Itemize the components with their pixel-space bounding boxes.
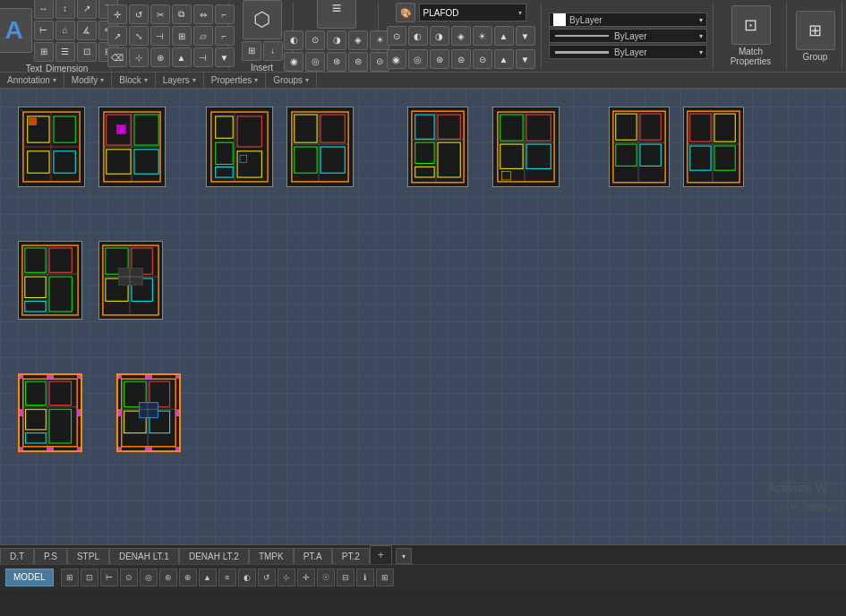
bylayer-lineweight-dropdown[interactable]: ByLayer ▾	[549, 45, 707, 59]
dim-icon7[interactable]: ∡	[77, 21, 97, 40]
layer-extra3[interactable]: ◑	[327, 30, 346, 50]
grip-tl[interactable]	[18, 373, 23, 379]
osnap-icon[interactable]: ◎	[140, 569, 158, 586]
tab-pta[interactable]: PT.A	[294, 548, 332, 564]
tab-ps[interactable]: P.S	[34, 548, 67, 564]
explode-icon[interactable]: ⊹	[129, 47, 149, 67]
gizmo-icon[interactable]: ✛	[297, 569, 315, 586]
dim-icon5[interactable]: ⊢	[34, 21, 54, 40]
tab-tmpk[interactable]: TMPK	[249, 548, 294, 564]
trim-icon[interactable]: ✂	[150, 4, 170, 24]
tab-add-button[interactable]: +	[370, 545, 392, 564]
layer-extra1[interactable]: ◐	[284, 30, 303, 50]
layer-extra8[interactable]: ⊛	[327, 52, 346, 72]
units-icon[interactable]: ⊟	[337, 569, 355, 586]
layer-color-icon[interactable]: 🎨	[396, 3, 415, 22]
grip-mr[interactable]	[77, 409, 82, 416]
grip2-tl[interactable]	[116, 373, 122, 379]
tab-pt2[interactable]: PT.2	[332, 548, 370, 564]
pedit-icon[interactable]: ▲	[172, 47, 192, 67]
grip-ml[interactable]	[18, 409, 23, 416]
polar-icon[interactable]: ⊙	[120, 569, 138, 586]
layers-icon1[interactable]: ⊙	[387, 26, 406, 46]
layers-icon7[interactable]: ▼	[516, 26, 535, 46]
bylayer-color-dropdown[interactable]: ByLayer ▾	[549, 13, 707, 27]
block-bottom[interactable]: Block ▾	[112, 73, 155, 88]
layers-icon12[interactable]: ⊝	[473, 49, 492, 69]
layers-icon2[interactable]: ◐	[408, 26, 428, 46]
grip-br[interactable]	[77, 447, 82, 452]
stretch-icon[interactable]: ↗	[107, 26, 127, 46]
break-icon[interactable]: ⊣	[193, 47, 213, 67]
copy-icon[interactable]: ⧉	[172, 4, 192, 24]
layers-icon4[interactable]: ◈	[451, 26, 471, 46]
layers-icon6[interactable]: ▲	[494, 26, 514, 46]
transparency-icon[interactable]: ◐	[238, 569, 256, 586]
array-icon[interactable]: ⊞	[172, 26, 192, 46]
layers-icon5[interactable]: ☀	[473, 26, 492, 46]
layer-extra7[interactable]: ◎	[305, 52, 325, 72]
floorplan-5[interactable]	[407, 107, 468, 187]
tab-dt[interactable]: D.T	[0, 548, 34, 564]
grip-bl[interactable]	[18, 447, 23, 452]
groups-bottom[interactable]: Groups ▾	[266, 73, 317, 88]
plafod-dropdown[interactable]: PLAFOD ▾	[419, 4, 526, 21]
layers-bottom[interactable]: Layers ▾	[156, 73, 204, 88]
ws-icon[interactable]: ⊞	[376, 569, 394, 586]
snap-icon[interactable]: ⊡	[81, 569, 98, 586]
dim-icon9[interactable]: ⊞	[34, 42, 54, 62]
mirror-icon[interactable]: ⇔	[193, 4, 213, 24]
dim-icon10[interactable]: ☰	[56, 42, 75, 62]
grip-tr[interactable]	[77, 373, 82, 379]
bylayer-linetype-dropdown[interactable]: ByLayer ▾	[549, 29, 707, 43]
scale-icon[interactable]: ⤡	[129, 26, 149, 46]
annotmon-icon[interactable]: ☉	[317, 569, 335, 586]
insert-extra1[interactable]: ⊞	[242, 41, 261, 61]
layers-icon9[interactable]: ◎	[408, 49, 428, 69]
floorplan-1[interactable]	[18, 107, 85, 187]
tab-dropdown-button[interactable]: ▾	[396, 548, 412, 564]
properties-bottom[interactable]: Properties ▾	[204, 73, 267, 88]
dim-icon11[interactable]: ⊡	[77, 42, 97, 62]
dyn-icon[interactable]: ▲	[199, 569, 217, 586]
annotation-bottom[interactable]: Annotation ▾	[0, 73, 64, 88]
layer-extra2[interactable]: ⊙	[305, 30, 325, 50]
grip2-tc[interactable]	[145, 373, 152, 379]
ducs-icon[interactable]: ⊕	[179, 569, 197, 586]
floorplan-8[interactable]	[683, 107, 744, 187]
grid-icon[interactable]: ⊞	[61, 569, 79, 586]
group-icon[interactable]: ⊞	[796, 11, 835, 50]
dimension-icon2[interactable]: ↕	[56, 0, 75, 19]
grip-tc[interactable]	[47, 373, 54, 379]
select-cycle-icon[interactable]: ↺	[258, 569, 276, 586]
layers-icon3[interactable]: ◑	[430, 26, 449, 46]
quick-prop-icon[interactable]: ℹ	[356, 569, 374, 586]
layers-icon8[interactable]: ◉	[387, 49, 406, 69]
dimension-icon3[interactable]: ↗	[77, 0, 97, 19]
layer-extra9[interactable]: ⊜	[348, 52, 368, 72]
ortho-icon[interactable]: ⊢	[100, 569, 118, 586]
layer-extra4[interactable]: ◈	[348, 30, 368, 50]
layers-icon14[interactable]: ▼	[516, 49, 535, 69]
layer-extra6[interactable]: ◉	[284, 52, 303, 72]
layers-icon11[interactable]: ⊜	[451, 49, 471, 69]
grip2-bc[interactable]	[145, 447, 152, 452]
floorplan-6[interactable]	[492, 107, 560, 187]
grip2-br[interactable]	[175, 447, 181, 452]
floorplan-11[interactable]	[18, 373, 82, 452]
floorplan-9[interactable]	[18, 241, 82, 320]
text-icon[interactable]: A	[0, 8, 32, 53]
grip2-mr[interactable]	[175, 409, 181, 416]
layer-properties-icon[interactable]: ≡	[317, 0, 356, 29]
otrack-icon[interactable]: ⊛	[159, 569, 177, 586]
dim-icon6[interactable]: ⌂	[56, 21, 75, 40]
grip-bc[interactable]	[47, 447, 54, 452]
grip2-ml[interactable]	[116, 409, 122, 416]
grip2-bl[interactable]	[116, 447, 122, 452]
modify-bottom[interactable]: Modify ▾	[64, 73, 112, 88]
offset-icon[interactable]: ▱	[193, 26, 213, 46]
canvas-area[interactable]: Activate W... Go to Settings	[0, 89, 846, 544]
floorplan-2[interactable]	[98, 107, 166, 187]
extend-icon[interactable]: ⊣	[150, 26, 170, 46]
floorplan-4[interactable]	[286, 107, 354, 187]
